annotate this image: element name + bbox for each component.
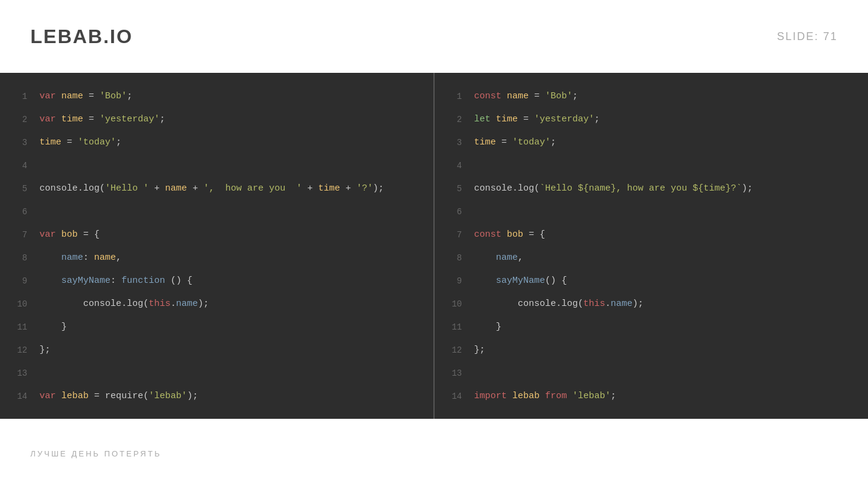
code-line: 14var lebab = require('lebab'); [0,385,433,408]
code-line: 5console.log(`Hello ${name}, how are you… [435,177,868,200]
code-line: 6 [0,200,433,223]
line-content: console.log(`Hello ${name}, how are you … [474,177,753,200]
line-content: const name = 'Bob'; [474,85,578,108]
line-content: time = 'today'; [39,131,121,154]
line-number: 8 [9,246,27,269]
code-line: 11 } [435,316,868,339]
line-number: 6 [9,200,27,223]
line-number: 13 [444,362,462,385]
line-number: 13 [9,362,27,385]
line-number: 10 [9,293,27,316]
footer-text: ЛУЧШЕ ДЕНЬ ПОТЕРЯТЬ [30,449,161,458]
left-code-panel: 1var name = 'Bob';2var time = 'yesterday… [0,73,435,419]
line-content: time = 'today'; [474,131,556,154]
code-line: 14import lebab from 'lebab'; [435,385,868,408]
header: LEBAB.IO SLIDE: 71 [0,0,868,73]
line-content: console.log(this.name); [39,293,209,316]
code-line: 6 [435,200,868,223]
code-line: 5console.log('Hello ' + name + ', how ar… [0,177,433,200]
code-line: 10 console.log(this.name); [435,293,868,316]
right-code-panel: 1const name = 'Bob';2let time = 'yesterd… [435,73,868,419]
code-line: 8 name, [435,246,868,269]
line-number: 2 [9,108,27,131]
line-number: 4 [444,154,462,177]
line-number: 11 [444,316,462,339]
code-line: 2let time = 'yesterday'; [435,108,868,131]
code-line: 13 [435,362,868,385]
footer: ЛУЧШЕ ДЕНЬ ПОТЕРЯТЬ [0,419,868,488]
line-content: var bob = { [39,223,100,246]
line-number: 3 [444,131,462,154]
line-content: console.log(this.name); [474,293,643,316]
line-content: var lebab = require('lebab'); [39,385,198,408]
code-line: 4 [0,154,433,177]
line-number: 9 [9,269,27,293]
line-number: 3 [9,131,27,154]
line-content: const bob = { [474,223,545,246]
code-line: 2var time = 'yesterday'; [0,108,433,131]
code-line: 3time = 'today'; [0,131,433,154]
code-line: 10 console.log(this.name); [0,293,433,316]
code-line: 7const bob = { [435,223,868,246]
line-number: 12 [9,339,27,362]
code-line: 4 [435,154,868,177]
code-line: 12}; [435,339,868,362]
code-line: 13 [0,362,433,385]
line-number: 5 [444,177,462,200]
line-content: var time = 'yesterday'; [39,108,165,131]
line-number: 5 [9,177,27,200]
line-number: 1 [444,85,462,108]
line-number: 7 [444,223,462,246]
line-number: 4 [9,154,27,177]
line-content: } [39,316,67,339]
line-number: 10 [444,293,462,316]
code-line: 9 sayMyName: function () { [0,269,433,293]
logo: LEBAB.IO [30,25,133,48]
line-content: sayMyName() { [474,269,567,293]
code-line: 9 sayMyName() { [435,269,868,293]
code-line: 3time = 'today'; [435,131,868,154]
line-content: }; [474,339,485,362]
line-content: name: name, [39,246,121,269]
code-line: 7var bob = { [0,223,433,246]
line-content: sayMyName: function () { [39,269,192,293]
code-line: 12}; [0,339,433,362]
line-number: 14 [9,385,27,408]
line-number: 8 [444,246,462,269]
slide-number: SLIDE: 71 [777,30,838,43]
line-number: 2 [444,108,462,131]
line-content: } [474,316,501,339]
line-number: 7 [9,223,27,246]
line-content: var name = 'Bob'; [39,85,132,108]
code-line: 1var name = 'Bob'; [0,85,433,108]
code-line: 11 } [0,316,433,339]
line-number: 6 [444,200,462,223]
line-number: 9 [444,269,462,293]
line-number: 11 [9,316,27,339]
line-content: let time = 'yesterday'; [474,108,600,131]
line-number: 14 [444,385,462,408]
line-number: 1 [9,85,27,108]
code-section: 1var name = 'Bob';2var time = 'yesterday… [0,73,868,419]
line-content: }; [39,339,50,362]
line-content: name, [474,246,523,269]
code-line: 8 name: name, [0,246,433,269]
line-content: console.log('Hello ' + name + ', how are… [39,177,384,200]
code-line: 1const name = 'Bob'; [435,85,868,108]
line-number: 12 [444,339,462,362]
line-content: import lebab from 'lebab'; [474,385,616,408]
